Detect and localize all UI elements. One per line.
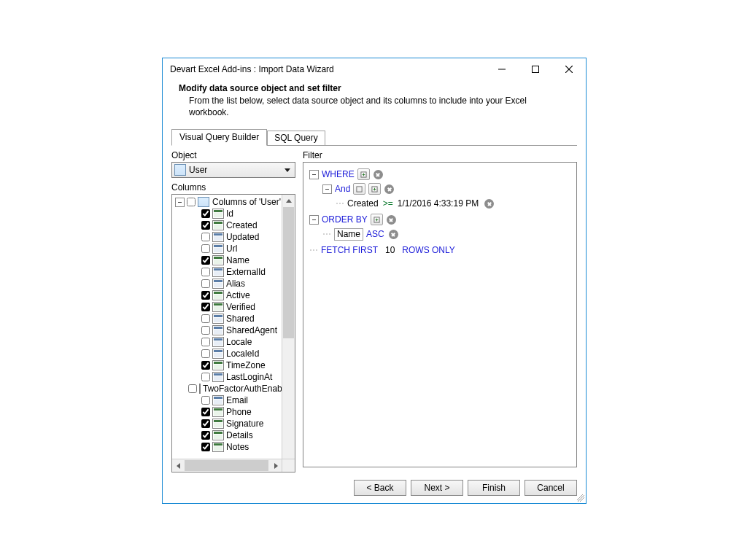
- object-dropdown[interactable]: User: [171, 162, 295, 178]
- add-condition-button[interactable]: [368, 183, 381, 195]
- next-button[interactable]: Next >: [411, 480, 463, 496]
- column-checkbox[interactable]: [201, 373, 210, 381]
- rows-only-keyword: ROWS ONLY: [402, 245, 454, 255]
- expander-minus-icon[interactable]: [309, 170, 319, 179]
- tree-row[interactable]: Details: [174, 429, 282, 441]
- delete-button[interactable]: [384, 184, 394, 194]
- tree-row[interactable]: LastLoginAt: [174, 371, 282, 383]
- orderby-row[interactable]: ORDER BY: [309, 212, 570, 227]
- columns-tree[interactable]: Columns of 'User' IdCreatedUpdatedUrlNam…: [171, 194, 295, 472]
- scroll-right-icon[interactable]: [270, 459, 282, 472]
- expander-minus-icon[interactable]: [175, 198, 185, 207]
- tree-row[interactable]: Alias: [174, 278, 282, 289]
- add-order-button[interactable]: [371, 214, 383, 225]
- window-title: Devart Excel Add-ins : Import Data Wizar…: [170, 64, 334, 74]
- hscroll-thumb[interactable]: [185, 460, 268, 471]
- column-icon: [212, 419, 224, 429]
- delete-button[interactable]: [374, 170, 383, 179]
- condition-row[interactable]: ⋯ Created >= 1/1/2016 4:33:19 PM: [336, 196, 570, 211]
- order-field[interactable]: Name: [334, 228, 363, 241]
- scroll-up-icon[interactable]: [282, 195, 295, 207]
- cancel-button[interactable]: Cancel: [525, 480, 577, 496]
- column-checkbox[interactable]: [201, 291, 210, 300]
- expander-minus-icon[interactable]: [309, 215, 319, 225]
- where-row[interactable]: WHERE: [309, 167, 570, 182]
- tree-row[interactable]: Signature: [174, 418, 282, 429]
- tree-row[interactable]: Created: [174, 219, 282, 231]
- column-checkbox[interactable]: [201, 419, 210, 428]
- root-checkbox[interactable]: [187, 198, 196, 206]
- tree-row[interactable]: Locale: [174, 336, 282, 348]
- column-checkbox[interactable]: [201, 244, 210, 253]
- horizontal-scrollbar[interactable]: [172, 459, 282, 472]
- and-row[interactable]: And: [322, 182, 570, 196]
- vertical-scrollbar[interactable]: [282, 195, 295, 472]
- column-checkbox[interactable]: [201, 361, 210, 370]
- column-checkbox[interactable]: [201, 233, 210, 241]
- delete-button[interactable]: [387, 215, 396, 225]
- filter-label: Filter: [303, 150, 577, 160]
- column-checkbox[interactable]: [188, 384, 197, 393]
- tree-connector: ⋯: [322, 229, 334, 239]
- column-checkbox[interactable]: [201, 408, 210, 416]
- condition-field[interactable]: Created: [347, 198, 379, 209]
- tree-row[interactable]: Updated: [174, 231, 282, 243]
- tab-sql-query[interactable]: SQL Query: [267, 131, 325, 145]
- expander-minus-icon[interactable]: [322, 184, 332, 194]
- order-direction[interactable]: ASC: [366, 229, 384, 239]
- column-checkbox[interactable]: [201, 303, 210, 311]
- column-icon: [212, 407, 224, 417]
- tab-visual-query-builder[interactable]: Visual Query Builder: [171, 129, 267, 146]
- tree-row[interactable]: LocaleId: [174, 348, 282, 359]
- tree-row[interactable]: Shared: [174, 313, 282, 324]
- tree-row[interactable]: ExternalId: [174, 266, 282, 278]
- tree-row[interactable]: TimeZone: [174, 359, 282, 371]
- add-group-button[interactable]: [353, 183, 365, 195]
- tree-row[interactable]: Email: [174, 394, 282, 406]
- column-checkbox[interactable]: [201, 349, 210, 358]
- minimize-button[interactable]: [485, 58, 519, 80]
- delete-button[interactable]: [484, 199, 494, 209]
- column-checkbox[interactable]: [201, 221, 210, 230]
- maximize-button[interactable]: [519, 58, 552, 80]
- tab-label: SQL Query: [274, 133, 318, 143]
- close-button[interactable]: [552, 58, 586, 80]
- add-condition-button[interactable]: [357, 168, 370, 180]
- column-icon: [212, 279, 224, 289]
- tree-row[interactable]: Notes: [174, 441, 282, 453]
- tree-row[interactable]: Name: [174, 254, 282, 266]
- fetch-count[interactable]: 10: [385, 245, 395, 255]
- delete-button[interactable]: [389, 230, 398, 239]
- tree-row[interactable]: SharedAgent: [174, 324, 282, 336]
- tree-root-row[interactable]: Columns of 'User': [174, 196, 282, 208]
- column-checkbox[interactable]: [201, 279, 210, 288]
- column-checkbox[interactable]: [201, 326, 210, 335]
- condition-value[interactable]: 1/1/2016 4:33:19 PM: [398, 198, 479, 209]
- wizard-header: Modify data source object and set filter…: [163, 80, 586, 128]
- column-checkbox[interactable]: [201, 268, 210, 276]
- tree-row[interactable]: Verified: [174, 301, 282, 313]
- column-checkbox[interactable]: [201, 256, 210, 265]
- column-checkbox[interactable]: [201, 338, 210, 346]
- order-condition-row[interactable]: ⋯ Name ASC: [322, 227, 570, 241]
- tree-connector: [188, 278, 201, 289]
- back-button[interactable]: < Back: [354, 480, 406, 496]
- fetch-first-row[interactable]: ⋯ FETCH FIRST 10 ROWS ONLY: [309, 243, 570, 257]
- tree-connector: [188, 394, 201, 406]
- tree-row[interactable]: Id: [174, 208, 282, 219]
- scroll-thumb[interactable]: [283, 207, 294, 338]
- finish-button[interactable]: Finish: [468, 480, 520, 496]
- tree-row[interactable]: Url: [174, 243, 282, 254]
- resize-grip-icon[interactable]: [577, 494, 584, 502]
- column-label: Email: [226, 395, 248, 405]
- column-checkbox[interactable]: [201, 443, 210, 451]
- tree-row[interactable]: Active: [174, 289, 282, 301]
- tree-row[interactable]: TwoFactorAuthEnabled: [174, 383, 282, 394]
- column-checkbox[interactable]: [201, 396, 210, 405]
- tree-row[interactable]: Phone: [174, 406, 282, 418]
- column-checkbox[interactable]: [201, 431, 210, 440]
- column-checkbox[interactable]: [201, 209, 210, 218]
- column-checkbox[interactable]: [201, 314, 210, 323]
- scroll-left-icon[interactable]: [172, 459, 185, 472]
- condition-operator[interactable]: >=: [383, 198, 393, 209]
